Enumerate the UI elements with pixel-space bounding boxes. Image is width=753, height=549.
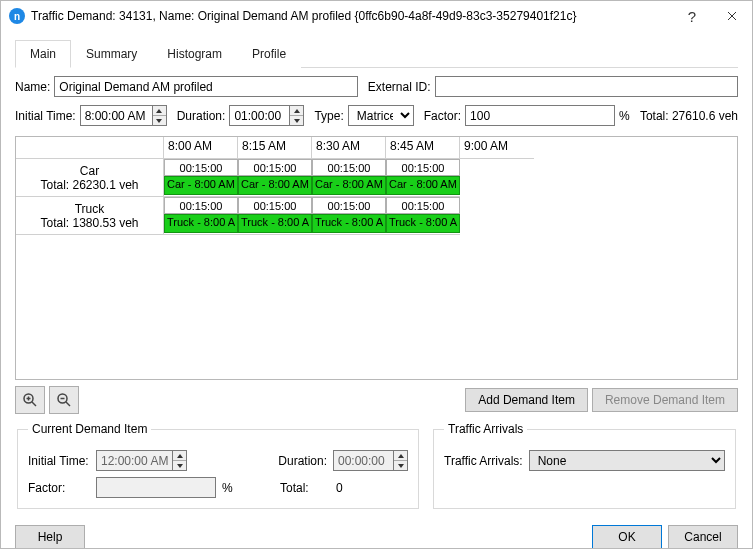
cancel-button[interactable]: Cancel [668, 525, 738, 549]
initial-time-label: Initial Time: [15, 109, 76, 123]
ci-factor-input [96, 477, 216, 498]
slot-duration: 00:15:00 [312, 159, 386, 176]
type-select[interactable]: Matrices [348, 105, 414, 126]
factor-unit: % [619, 109, 630, 123]
ci-duration-spinner [393, 450, 408, 471]
initial-time-spinner[interactable] [152, 105, 167, 126]
external-id-label: External ID: [368, 80, 431, 94]
vehicle-name: Truck [75, 202, 105, 216]
traffic-arrivals-group: Traffic Arrivals Traffic Arrivals: None [433, 422, 736, 509]
name-label: Name: [15, 80, 50, 94]
ci-total-label: Total: [280, 481, 330, 495]
duration-label: Duration: [177, 109, 226, 123]
demand-grid: 8:00 AM 8:15 AM 8:30 AM 8:45 AM 9:00 AM … [15, 136, 738, 380]
app-icon: n [9, 8, 25, 24]
tab-histogram[interactable]: Histogram [152, 40, 237, 68]
demand-block[interactable]: Car - 8:00 AM [238, 176, 312, 195]
tab-profile[interactable]: Profile [237, 40, 301, 68]
grid-corner [16, 137, 164, 159]
name-input[interactable] [54, 76, 357, 97]
zoom-in-button[interactable] [15, 386, 45, 414]
slot-duration: 00:15:00 [312, 197, 386, 214]
demand-block[interactable]: Car - 8:00 AM [386, 176, 460, 195]
svg-line-1 [32, 402, 36, 406]
time-header: 8:30 AM [312, 137, 386, 159]
slot-duration: 00:15:00 [386, 159, 460, 176]
factor-input[interactable] [465, 105, 615, 126]
tab-bar: Main Summary Histogram Profile [15, 39, 738, 68]
tab-summary[interactable]: Summary [71, 40, 152, 68]
title-bar: n Traffic Demand: 34131, Name: Original … [1, 1, 752, 31]
arrivals-select[interactable]: None [529, 450, 725, 471]
time-header: 8:45 AM [386, 137, 460, 159]
type-label: Type: [314, 109, 343, 123]
ci-initial-time-spinner [172, 450, 187, 471]
zoom-out-button[interactable] [49, 386, 79, 414]
factor-label: Factor: [424, 109, 461, 123]
ci-duration-input [333, 450, 393, 471]
vehicle-total: Total: 1380.53 veh [40, 216, 138, 230]
add-demand-item-button[interactable]: Add Demand Item [465, 388, 588, 412]
svg-line-5 [66, 402, 70, 406]
slot-duration: 00:15:00 [386, 197, 460, 214]
ci-initial-time-input [96, 450, 172, 471]
ci-factor-unit: % [222, 481, 233, 495]
group-legend: Current Demand Item [28, 422, 151, 436]
duration-input[interactable] [229, 105, 289, 126]
time-header: 8:00 AM [164, 137, 238, 159]
demand-block[interactable]: Car - 8:00 AM [164, 176, 238, 195]
slot-duration: 00:15:00 [164, 197, 238, 214]
ci-total-value: 0 [336, 481, 408, 495]
grid-row-header: Truck Total: 1380.53 veh [16, 197, 164, 235]
time-header: 8:15 AM [238, 137, 312, 159]
demand-block[interactable]: Truck - 8:00 A [238, 214, 312, 233]
tab-main[interactable]: Main [15, 40, 71, 68]
group-legend: Traffic Arrivals [444, 422, 527, 436]
slot-duration: 00:15:00 [238, 159, 312, 176]
total-label: Total: 27610.6 veh [640, 109, 738, 123]
ci-duration-label: Duration: [278, 454, 327, 468]
slot-duration: 00:15:00 [238, 197, 312, 214]
demand-block[interactable]: Truck - 8:00 A [386, 214, 460, 233]
external-id-input[interactable] [435, 76, 738, 97]
vehicle-total: Total: 26230.1 veh [40, 178, 138, 192]
current-demand-item-group: Current Demand Item Initial Time: Durati… [17, 422, 419, 509]
grid-row-header: Car Total: 26230.1 veh [16, 159, 164, 197]
ok-button[interactable]: OK [592, 525, 662, 549]
ci-factor-label: Factor: [28, 481, 90, 495]
vehicle-name: Car [80, 164, 99, 178]
duration-spinner[interactable] [289, 105, 304, 126]
time-header: 9:00 AM [460, 137, 534, 159]
demand-block[interactable]: Car - 8:00 AM [312, 176, 386, 195]
demand-block[interactable]: Truck - 8:00 A [312, 214, 386, 233]
help-button[interactable]: ? [672, 1, 712, 31]
ci-initial-time-label: Initial Time: [28, 454, 90, 468]
remove-demand-item-button[interactable]: Remove Demand Item [592, 388, 738, 412]
help-footer-button[interactable]: Help [15, 525, 85, 549]
demand-block[interactable]: Truck - 8:00 A [164, 214, 238, 233]
slot-duration: 00:15:00 [164, 159, 238, 176]
arrivals-label: Traffic Arrivals: [444, 454, 523, 468]
initial-time-input[interactable] [80, 105, 152, 126]
close-button[interactable] [712, 1, 752, 31]
window-title: Traffic Demand: 34131, Name: Original De… [31, 9, 672, 23]
